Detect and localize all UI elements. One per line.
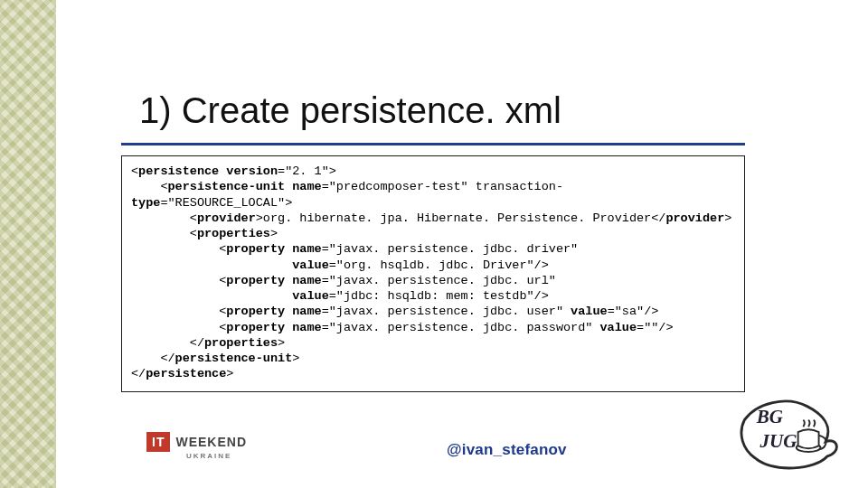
code-content: <persistence version="2. 1"> <persistenc… (131, 164, 735, 382)
bgjug-text-bottom: JUG (760, 430, 797, 452)
title-underline (121, 143, 745, 145)
it-badge: IT (146, 432, 170, 452)
side-texture (0, 0, 56, 488)
itweekend-logo: IT WEEKEND (146, 432, 247, 452)
slide-title: 1) Create persistence. xml (139, 90, 561, 131)
bgjug-text-top: BG (756, 406, 783, 427)
slide: 1) Create persistence. xml <persistence … (0, 0, 868, 488)
bgjug-logo: BG JUG (738, 394, 844, 472)
itweekend-sub: UKRAINE (186, 452, 231, 460)
bgjug-svg: BG JUG (738, 394, 844, 472)
weekend-word: WEEKEND (175, 435, 247, 449)
code-box: <persistence version="2. 1"> <persistenc… (121, 155, 745, 392)
speaker-handle: @ivan_stefanov (447, 441, 567, 459)
